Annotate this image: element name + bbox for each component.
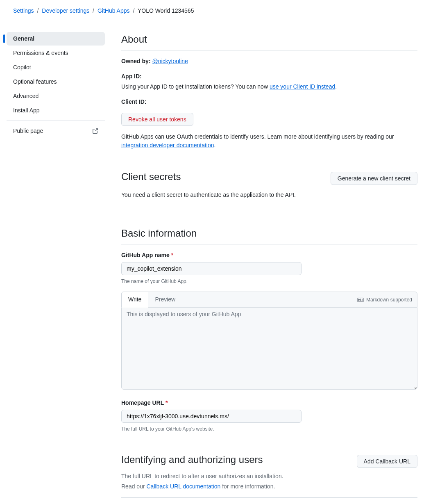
sidebar-item-label: Optional features bbox=[13, 78, 57, 86]
breadcrumb: Settings / Developer settings / GitHub A… bbox=[0, 0, 424, 22]
breadcrumb-sep: / bbox=[37, 7, 39, 14]
client-secrets-note: You need a client secret to authenticate… bbox=[121, 191, 417, 199]
sidebar-item-label: Install App bbox=[13, 106, 40, 115]
homepage-url-input[interactable] bbox=[121, 410, 302, 423]
breadcrumb-github-apps[interactable]: GitHub Apps bbox=[97, 7, 130, 14]
sidebar-item-public-page[interactable]: Public page bbox=[7, 124, 105, 138]
identify-note-1: The full URL to redirect to after a user… bbox=[121, 472, 417, 481]
sidebar-item-label: Advanced bbox=[13, 92, 39, 100]
external-link-icon bbox=[92, 128, 98, 135]
breadcrumb-sep: / bbox=[93, 7, 94, 14]
app-id-label: App ID: bbox=[121, 73, 142, 80]
basic-information-section: Basic information GitHub App name * The … bbox=[121, 226, 417, 433]
breadcrumb-current: YOLO World 1234565 bbox=[138, 7, 194, 14]
sidebar-item-install-app[interactable]: Install App bbox=[7, 104, 105, 117]
identify-note-2: Read our Callback URL documentation for … bbox=[121, 482, 417, 491]
sidebar-item-optional-features[interactable]: Optional features bbox=[7, 75, 105, 89]
owned-by-user-link[interactable]: @nickytonline bbox=[152, 58, 188, 64]
integration-docs-link[interactable]: integration developer documentation bbox=[121, 142, 214, 148]
sidebar-item-label: Public page bbox=[13, 127, 43, 135]
breadcrumb-settings[interactable]: Settings bbox=[13, 7, 34, 14]
markdown-icon bbox=[357, 297, 364, 302]
client-id-label: Client ID: bbox=[121, 98, 146, 105]
description-textarea[interactable] bbox=[121, 308, 417, 390]
divider bbox=[121, 497, 417, 498]
breadcrumb-developer-settings[interactable]: Developer settings bbox=[42, 7, 89, 14]
client-secrets-title: Client secrets bbox=[121, 169, 331, 187]
client-secrets-section: Client secrets Generate a new client sec… bbox=[121, 169, 417, 206]
identifying-title: Identifying and authorizing users bbox=[121, 452, 357, 470]
app-name-input[interactable] bbox=[121, 262, 302, 275]
sidebar: General Permissions & events Copilot Opt… bbox=[7, 32, 111, 504]
sidebar-item-general[interactable]: General bbox=[7, 32, 105, 46]
sidebar-item-advanced[interactable]: Advanced bbox=[7, 89, 105, 103]
sidebar-item-label: Copilot bbox=[13, 63, 31, 72]
app-id-note: Using your App ID to get installation to… bbox=[121, 82, 417, 91]
about-title: About bbox=[121, 32, 417, 50]
main-content: About Owned by: @nickytonline App ID: Us… bbox=[111, 32, 417, 504]
homepage-url-help: The full URL to your GitHub App's websit… bbox=[121, 425, 417, 433]
breadcrumb-sep: / bbox=[133, 7, 134, 14]
tab-write[interactable]: Write bbox=[121, 292, 148, 308]
identifying-users-section: Identifying and authorizing users Add Ca… bbox=[121, 452, 417, 504]
app-name-label: GitHub App name * bbox=[121, 251, 417, 260]
homepage-url-label: Homepage URL * bbox=[121, 399, 417, 407]
markdown-supported-label: Markdown supported bbox=[357, 296, 417, 303]
sidebar-divider bbox=[7, 121, 105, 121]
client-id-instead-link[interactable]: use your Client ID instead bbox=[270, 83, 335, 90]
owned-by-label: Owned by: bbox=[121, 58, 151, 64]
callback-docs-link[interactable]: Callback URL documentation bbox=[146, 483, 220, 490]
add-callback-url-button[interactable]: Add Callback URL bbox=[357, 455, 417, 468]
description-tabs: Write Preview Markdown supported bbox=[121, 292, 417, 308]
oauth-note: GitHub Apps can use OAuth credentials to… bbox=[121, 132, 417, 150]
about-section: About Owned by: @nickytonline App ID: Us… bbox=[121, 32, 417, 150]
basic-info-title: Basic information bbox=[121, 226, 417, 244]
sidebar-item-label: General bbox=[13, 34, 34, 43]
generate-client-secret-button[interactable]: Generate a new client secret bbox=[331, 172, 417, 185]
app-name-help: The name of your GitHub App. bbox=[121, 278, 417, 285]
tab-preview[interactable]: Preview bbox=[148, 292, 182, 307]
sidebar-item-permissions[interactable]: Permissions & events bbox=[7, 46, 105, 60]
sidebar-item-label: Permissions & events bbox=[13, 49, 68, 57]
revoke-tokens-button[interactable]: Revoke all user tokens bbox=[121, 113, 193, 126]
divider bbox=[121, 206, 417, 206]
sidebar-item-copilot[interactable]: Copilot bbox=[7, 61, 105, 74]
